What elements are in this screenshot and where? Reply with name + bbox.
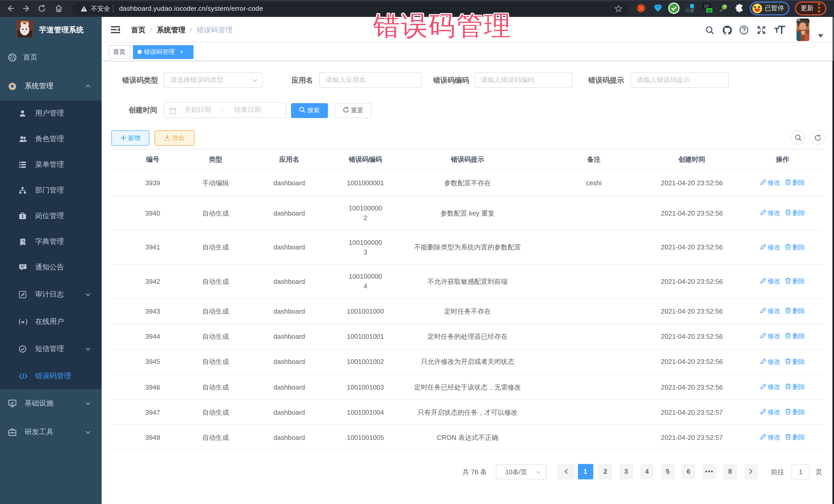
svg-text:1: 1	[22, 214, 24, 219]
svg-text:on: on	[707, 8, 711, 12]
